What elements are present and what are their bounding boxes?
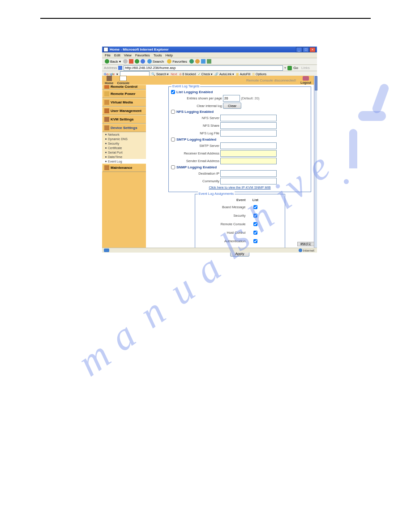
smtp-logging-checkbox[interactable] bbox=[171, 137, 175, 142]
menu-favorites[interactable]: Favorites bbox=[135, 53, 150, 57]
host-control-checkbox[interactable] bbox=[253, 231, 257, 235]
google-next[interactable]: Next bbox=[171, 73, 177, 76]
floater-box: 網路設定 bbox=[297, 242, 314, 246]
header-console[interactable]: Console bbox=[117, 76, 129, 85]
console-icon bbox=[120, 76, 127, 81]
scrollbar-thumb[interactable] bbox=[315, 76, 317, 90]
nfs-server-label: NFS Server bbox=[171, 116, 219, 120]
targets-legend: Event Log Targets bbox=[171, 84, 200, 88]
dest-ip-input[interactable] bbox=[220, 170, 277, 177]
bolt-icon bbox=[104, 91, 109, 96]
sidebar-item-user-mgmt[interactable]: User Management bbox=[102, 107, 146, 115]
smtp-server-label: SMTP Server bbox=[171, 144, 219, 148]
address-label: Address bbox=[104, 66, 117, 70]
maximize-button[interactable]: □ bbox=[303, 47, 309, 52]
assignments-legend: Event Log Assignments bbox=[198, 192, 235, 196]
go-label[interactable]: Go bbox=[293, 66, 298, 70]
print-icon[interactable] bbox=[201, 59, 206, 64]
minimize-button[interactable]: _ bbox=[296, 47, 302, 52]
menu-file[interactable]: File bbox=[105, 53, 111, 57]
sidebar-sub-eventlog[interactable]: Event Log bbox=[102, 159, 146, 163]
watermark-o bbox=[371, 83, 390, 115]
nfs-file-input[interactable] bbox=[220, 130, 277, 137]
sidebar-sub-serial[interactable]: Serial Port bbox=[102, 150, 146, 154]
smtp-server-input[interactable] bbox=[220, 142, 277, 149]
watermark-c bbox=[358, 111, 386, 121]
mail-icon[interactable] bbox=[195, 59, 200, 64]
links-label[interactable]: Links bbox=[301, 66, 310, 70]
menubar: File Edit View Favorites Tools Help bbox=[102, 52, 317, 58]
users-icon bbox=[104, 108, 109, 113]
nfs-server-input[interactable] bbox=[220, 115, 277, 121]
nfs-share-input[interactable] bbox=[220, 122, 277, 129]
recv-email-input[interactable] bbox=[220, 150, 277, 157]
sidebar-sub-datetime[interactable]: Date/Time bbox=[102, 154, 146, 159]
sidebar-item-maintenance[interactable]: Maintenance bbox=[102, 163, 146, 172]
clear-button[interactable]: Clear bbox=[223, 103, 241, 109]
send-email-label: Sender Email Address bbox=[171, 159, 219, 163]
list-logging-label: List Logging Enabled bbox=[176, 90, 213, 94]
sidebar-sub-security[interactable]: Security bbox=[102, 141, 146, 146]
menu-view[interactable]: View bbox=[124, 53, 132, 57]
nfs-logging-label: NFS Logging Enabled bbox=[176, 110, 214, 114]
page-icon bbox=[118, 66, 122, 70]
sidebar-sub-ddns[interactable]: Dynamic DNS bbox=[102, 137, 146, 141]
sidebar-sub-network[interactable]: Network bbox=[102, 132, 146, 137]
titlebar: Home - Microsoft Internet Explorer _ □ × bbox=[102, 47, 317, 52]
statusbar-text: Internet bbox=[303, 249, 314, 253]
sidebar-item-remote-power[interactable]: Remote Power bbox=[102, 90, 146, 98]
menu-edit[interactable]: Edit bbox=[114, 53, 120, 57]
nfs-file-label: NFS Log File bbox=[171, 131, 219, 135]
content-area: Home Console Remote Console disconnected… bbox=[102, 76, 317, 248]
sidebar-item-kvm[interactable]: KVM Settings bbox=[102, 115, 146, 124]
edit-icon[interactable] bbox=[207, 59, 211, 64]
favorites-button[interactable]: Favorites bbox=[166, 59, 188, 64]
sidebar-item-virtual-media[interactable]: Virtual Media bbox=[102, 98, 146, 107]
header-logout[interactable]: Logout bbox=[300, 76, 311, 84]
nfs-share-label: NFS Share bbox=[171, 124, 219, 128]
refresh-icon[interactable] bbox=[135, 59, 139, 64]
recv-email-label: Receiver Email Address bbox=[171, 151, 219, 155]
stop-icon[interactable] bbox=[129, 59, 133, 64]
watermark: m bbox=[69, 332, 119, 385]
smtp-logging-label: SMTP Logging Enabled bbox=[176, 137, 216, 142]
search-icon bbox=[147, 59, 152, 64]
header-home[interactable]: Home bbox=[105, 76, 113, 85]
toolbar: Back ▾ Search Favorites bbox=[102, 58, 317, 65]
entries-input[interactable] bbox=[223, 95, 240, 102]
ie-icon bbox=[103, 47, 108, 52]
star-icon bbox=[167, 59, 171, 64]
sidebar-item-remote-control[interactable]: Remote Control bbox=[102, 85, 146, 90]
device-icon bbox=[104, 125, 109, 130]
menu-tools[interactable]: Tools bbox=[154, 53, 162, 57]
watermark: u bbox=[161, 266, 203, 314]
kvm-icon bbox=[104, 117, 109, 122]
back-button[interactable]: Back ▾ bbox=[104, 59, 122, 64]
forward-icon[interactable] bbox=[123, 59, 128, 64]
history-icon[interactable] bbox=[189, 59, 194, 64]
authentication-checkbox[interactable] bbox=[253, 239, 257, 243]
watermark: a bbox=[102, 312, 144, 360]
menu-help[interactable]: Help bbox=[165, 53, 172, 57]
close-button[interactable]: × bbox=[309, 47, 316, 52]
media-icon bbox=[104, 100, 109, 105]
browser-window: Home - Microsoft Internet Explorer _ □ ×… bbox=[102, 47, 317, 253]
watermark-c bbox=[349, 129, 357, 168]
maintenance-icon bbox=[104, 165, 109, 170]
snmp-logging-label: SNMP Logging Enabled bbox=[176, 165, 217, 169]
home-icon[interactable] bbox=[141, 59, 145, 64]
statusbar: Internet bbox=[102, 248, 317, 253]
remote-control-icon bbox=[104, 85, 109, 89]
list-logging-checkbox[interactable] bbox=[171, 90, 175, 94]
search-button[interactable]: Search bbox=[146, 59, 165, 64]
sidebar-sub-cert[interactable]: Certificate bbox=[102, 146, 146, 150]
address-input[interactable] bbox=[124, 65, 283, 71]
console-status: Remote Console disconnected! bbox=[246, 78, 296, 82]
entries-default: (Default: 20) bbox=[241, 96, 259, 100]
sidebar-item-device-settings[interactable]: Device Settings bbox=[102, 124, 146, 132]
send-email-input[interactable] bbox=[220, 158, 277, 164]
address-bar: Address ▾ Go Links bbox=[102, 65, 317, 71]
nfs-logging-checkbox[interactable] bbox=[171, 110, 175, 114]
snmp-logging-checkbox[interactable] bbox=[171, 165, 175, 169]
go-icon[interactable] bbox=[287, 66, 292, 70]
